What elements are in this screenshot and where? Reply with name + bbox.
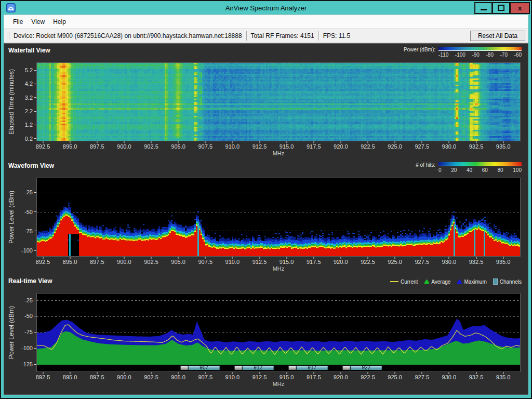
x-tick-label: 925.0 [388, 374, 402, 380]
y-tick-label: -50 [24, 209, 36, 215]
x-tick-label: 902.5 [144, 259, 158, 265]
waterfall-plot [36, 62, 521, 141]
x-tick-label: 892.5 [36, 143, 50, 150]
legend-channels-icon [493, 278, 498, 285]
menu-help[interactable]: Help [49, 17, 70, 27]
x-tick-label: 912.5 [252, 374, 267, 380]
maximize-button[interactable] [492, 2, 510, 14]
x-tick-label: 902.5 [144, 374, 158, 380]
menu-file[interactable]: File [9, 17, 26, 27]
x-tick-label: 932.5 [469, 374, 484, 380]
menu-view[interactable]: View [28, 17, 48, 27]
close-icon: x [518, 5, 522, 11]
y-tick-label: 3.2 [25, 95, 36, 101]
x-tick-label: 905.0 [171, 143, 185, 150]
x-tick-label: 922.5 [361, 143, 375, 150]
legend-average: Average [424, 279, 450, 285]
realtime-xlabel: MHz [36, 381, 521, 388]
x-tick-label: 927.5 [415, 374, 429, 380]
realtime-legend: CurrentAverageMaximumChannels [390, 278, 522, 285]
realtime-yticks: -25-50-75-100-125 [18, 293, 36, 372]
x-tick-label: 920.0 [334, 259, 348, 265]
x-tick-label: 935.0 [496, 259, 511, 265]
x-tick-label: 892.5 [36, 374, 50, 380]
y-tick-label: -50 [24, 313, 36, 319]
minimize-icon [481, 9, 487, 10]
y-tick-label: -100 [21, 345, 36, 351]
x-tick-label: 895.0 [63, 374, 77, 380]
y-tick-label: -100 [21, 247, 36, 254]
y-tick-label: -25 [24, 297, 36, 303]
y-tick-label: -125 [21, 361, 36, 367]
realtime-title: Real-time View [8, 277, 52, 285]
legend-maximum: Maximum [457, 279, 486, 285]
colorbar-tick: -90 [472, 52, 479, 58]
x-tick-label: 922.5 [361, 259, 375, 265]
colorbar-tick: 20 [451, 167, 457, 173]
waveform-yticks: -25-50-75-100 [18, 178, 36, 257]
x-tick-label: 900.0 [117, 259, 131, 265]
fps-status: FPS: 11.5 [323, 32, 350, 39]
waterfall-xlabel: MHz [36, 150, 521, 157]
toolbar-grip [7, 32, 9, 40]
x-tick-label: 897.5 [90, 143, 104, 150]
realtime-section: Real-time View CurrentAverageMaximumChan… [4, 275, 528, 388]
waterfall-section: Waterfall View Power (dBm): -110-100-90-… [4, 45, 528, 157]
x-tick-label: 930.0 [442, 374, 457, 380]
x-tick-label: 932.5 [469, 143, 484, 150]
x-tick-label: 905.0 [171, 374, 185, 380]
main-content: Waterfall View Power (dBm): -110-100-90-… [4, 43, 528, 395]
colorbar-tick: -60 [514, 52, 522, 58]
x-tick-label: 910.0 [225, 143, 240, 150]
legend-current-icon [390, 281, 398, 282]
waveform-xticks: 892.5895.0897.5900.0902.5905.0907.5910.0… [36, 257, 521, 265]
x-tick-label: 907.5 [198, 374, 212, 380]
x-tick-label: 907.5 [198, 143, 212, 150]
x-tick-label: 900.0 [117, 374, 131, 380]
y-tick-label: 2.2 [25, 108, 36, 114]
waveform-plot [36, 178, 521, 257]
x-tick-label: 900.0 [117, 143, 131, 150]
x-tick-label: 920.0 [334, 374, 348, 380]
status-bar: Device: Rocket M900 (6872516CAA28) on ub… [4, 29, 528, 43]
realtime-plot [36, 293, 521, 372]
colorbar-tick: 80 [498, 167, 503, 173]
colorbar-tick: -100 [455, 52, 466, 58]
close-button[interactable]: x [510, 2, 530, 14]
hits-gradient-bar [438, 162, 522, 166]
x-tick-label: 895.0 [63, 143, 77, 150]
colorbar-tick: -80 [486, 52, 493, 58]
x-tick-label: 917.5 [307, 259, 321, 265]
x-tick-label: 930.0 [442, 259, 457, 265]
waveform-colorbar: # of hits: 020406080100 [416, 162, 522, 173]
window-title: AirView Spectrum Analyzer [1, 4, 531, 12]
reset-all-data-button[interactable]: Reset All Data [470, 31, 525, 41]
realtime-ylabel: Power Level (dBm) [5, 293, 18, 372]
window-body: File View Help Device: Rocket M900 (6872… [4, 15, 528, 395]
power-legend-label: Power (dBm): [404, 47, 435, 52]
x-tick-label: 910.0 [225, 374, 240, 380]
hits-gradient-ticks: 020406080100 [438, 167, 522, 173]
waterfall-xticks: 892.5895.0897.5900.0902.5905.0907.5910.0… [36, 141, 521, 150]
x-tick-label: 895.0 [63, 259, 77, 265]
window-controls: x [474, 2, 530, 14]
device-status: Device: Rocket M900 (6872516CAA28) on ub… [14, 32, 242, 39]
x-tick-label: 910.0 [225, 259, 240, 265]
x-tick-label: 920.0 [334, 143, 348, 150]
frames-status: Total RF Frames: 4151 [251, 32, 314, 39]
status-separator [246, 31, 247, 41]
waterfall-ylabel: Elapsed Time (minutes) [5, 62, 18, 141]
waterfall-title: Waterfall View [8, 47, 50, 54]
realtime-xticks: 892.5895.0897.5900.0902.5905.0907.5910.0… [36, 372, 521, 381]
x-tick-label: 907.5 [198, 259, 212, 265]
title-bar: AirView Spectrum Analyzer x [1, 1, 531, 15]
minimize-button[interactable] [474, 2, 492, 14]
waveform-ylabel: Power Level (dBm) [5, 178, 18, 257]
y-tick-label: 4.2 [25, 81, 36, 87]
waterfall-yticks: 5.24.23.22.21.20.2 [18, 62, 36, 141]
x-tick-label: 927.5 [415, 143, 429, 150]
colorbar-tick: 0 [438, 167, 442, 173]
x-tick-label: 935.0 [496, 374, 511, 380]
x-tick-label: 897.5 [90, 259, 104, 265]
maximize-icon [498, 5, 504, 11]
